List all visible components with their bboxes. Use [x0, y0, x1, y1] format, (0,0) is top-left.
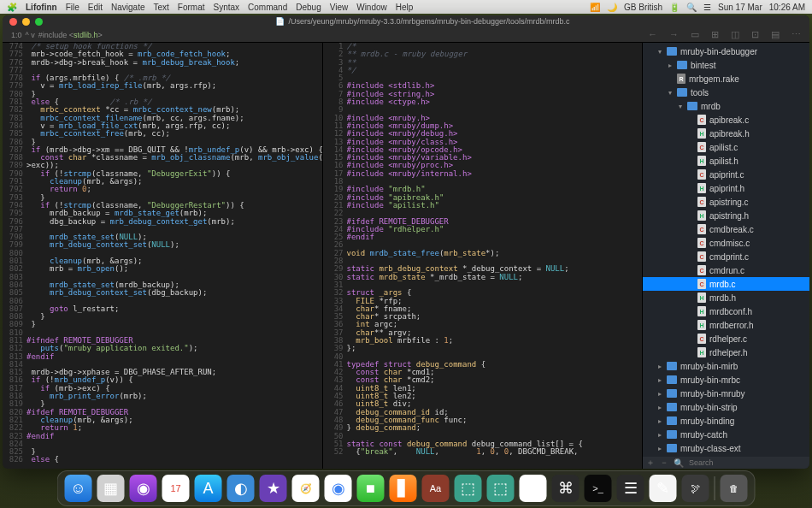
file-apilist.c[interactable]: Capilist.c: [643, 140, 809, 154]
dock-dictionary[interactable]: Aa: [422, 475, 450, 502]
dock-mint2[interactable]: ⬚: [487, 475, 515, 502]
file-mrdb.h[interactable]: Hmrdb.h: [643, 291, 809, 304]
dock-trash[interactable]: 🗑: [721, 475, 748, 502]
add-icon[interactable]: ＋: [646, 457, 655, 469]
folder-bintest[interactable]: ▸bintest: [643, 58, 809, 72]
file-apiprint.h[interactable]: Hapiprint.h: [643, 181, 809, 195]
tb-icon[interactable]: ⊞: [711, 29, 719, 40]
folder-mruby-binding[interactable]: ▸mruby-binding: [643, 414, 809, 428]
search-input[interactable]: [689, 458, 806, 467]
dock-app-dark2[interactable]: ☰: [617, 475, 644, 502]
disclosure-icon[interactable]: ▾: [656, 48, 663, 56]
dock-facetime[interactable]: ■: [357, 475, 385, 502]
code-area[interactable]: /* setup hook functions */ mrb->code_fet…: [26, 43, 322, 469]
disclosure-icon[interactable]: ▸: [667, 62, 674, 69]
dock-photos[interactable]: ✿: [520, 475, 547, 502]
tb-icon[interactable]: ▤: [771, 29, 780, 40]
file-mrdberror.h[interactable]: Hmrdberror.h: [643, 318, 809, 332]
dock-app-dark1[interactable]: ⌘: [552, 475, 580, 502]
disclosure-icon[interactable]: ▸: [656, 445, 663, 452]
dock-books[interactable]: ▋: [390, 475, 417, 502]
dock-calendar[interactable]: 17: [162, 475, 190, 502]
time[interactable]: 10:26 AM: [769, 3, 805, 12]
editor-pane-left[interactable]: 774 775 776 777 778 779 780 781 782 783 …: [3, 43, 323, 469]
folder-mruby-bin-debugger[interactable]: ▾mruby-bin-debugger: [643, 44, 809, 58]
file-tree[interactable]: ▾mruby-bin-debugger▸bintestRmrbgem.rake▾…: [643, 43, 809, 457]
dock-app-purple[interactable]: ★: [260, 475, 287, 502]
file-rdhelper.c[interactable]: Crdhelper.c: [643, 332, 809, 346]
nav-back-icon[interactable]: ←: [648, 29, 657, 40]
folder-mruby-bin-mrbc[interactable]: ▸mruby-bin-mrbc: [643, 373, 809, 387]
menu-text[interactable]: Text: [153, 3, 168, 12]
menu-help[interactable]: Help: [396, 3, 414, 12]
dock-launchpad[interactable]: ▦: [97, 475, 125, 502]
dock-textedit[interactable]: ✎: [650, 475, 677, 502]
tb-icon[interactable]: ⋯: [791, 29, 801, 40]
disclosure-icon[interactable]: ▾: [667, 89, 674, 97]
wifi-icon[interactable]: 📶: [590, 3, 600, 12]
menu-format[interactable]: Format: [178, 3, 205, 12]
folder-mruby-bin-mruby[interactable]: ▸mruby-bin-mruby: [643, 387, 809, 400]
folder-mruby-bin-mirb[interactable]: ▸mruby-bin-mirb: [643, 359, 809, 373]
file-apibreak.c[interactable]: Capibreak.c: [643, 113, 809, 127]
dock-mint1[interactable]: ⬚: [455, 475, 482, 502]
nav-fwd-icon[interactable]: →: [669, 29, 679, 40]
app-name[interactable]: Lifofinn: [26, 3, 57, 12]
disclosure-icon[interactable]: ▸: [656, 376, 663, 384]
file-cmdmisc.c[interactable]: Ccmdmisc.c: [643, 236, 809, 250]
tb-icon[interactable]: ▭: [691, 29, 699, 40]
tb-icon[interactable]: ◫: [731, 29, 739, 40]
disclosure-icon[interactable]: ▾: [677, 103, 684, 110]
nav-arrows[interactable]: ^ v: [26, 31, 35, 39]
menu-navigate[interactable]: Navigate: [111, 3, 144, 12]
folder-mruby-catch[interactable]: ▸mruby-catch: [643, 428, 809, 441]
menu-file[interactable]: File: [66, 3, 79, 12]
file-cmdrun.c[interactable]: Ccmdrun.c: [643, 263, 809, 277]
dock-terminal[interactable]: >_: [585, 475, 612, 502]
date[interactable]: Sun 17 Mar: [718, 3, 762, 12]
editor-pane-right[interactable]: 1 2 3 4 5 6 7 8 9 10 11 12 13 14 15 16 1…: [323, 43, 643, 469]
dock-podcasts[interactable]: ◉: [130, 475, 157, 502]
file-apilist.h[interactable]: Hapilist.h: [643, 154, 809, 168]
menu-debug[interactable]: Debug: [296, 3, 321, 12]
file-apistring.h[interactable]: Hapistring.h: [643, 209, 809, 222]
file-mrdb.c[interactable]: Cmrdb.c: [643, 277, 809, 291]
disclosure-icon[interactable]: ▸: [656, 431, 663, 439]
menu-syntax[interactable]: Syntax: [214, 3, 240, 12]
file-apibreak.h[interactable]: Hapibreak.h: [643, 127, 809, 140]
breadcrumb[interactable]: #include <stdlib.h>: [38, 31, 103, 39]
menu-edit[interactable]: Edit: [88, 3, 103, 12]
disclosure-icon[interactable]: ▸: [656, 417, 663, 425]
zoom-button[interactable]: [35, 18, 43, 26]
menu-window[interactable]: Window: [356, 3, 387, 12]
file-mrbgem.rake[interactable]: Rmrbgem.rake: [643, 72, 809, 86]
file-apiprint.c[interactable]: Capiprint.c: [643, 168, 809, 181]
dock-appstore[interactable]: A: [195, 475, 222, 502]
tb-icon[interactable]: ⊡: [751, 29, 759, 40]
spotlight-icon[interactable]: 🔍: [686, 3, 697, 12]
dock-dove[interactable]: 🕊: [682, 475, 709, 502]
battery-icon[interactable]: 🔋: [669, 3, 680, 12]
file-apistring.c[interactable]: Capistring.c: [643, 195, 809, 209]
folder-mruby-class-ext[interactable]: ▸mruby-class-ext: [643, 441, 809, 455]
file-cmdbreak.c[interactable]: Ccmdbreak.c: [643, 222, 809, 236]
apple-icon[interactable]: 🧩: [7, 3, 17, 12]
dock-chrome[interactable]: ◉: [325, 475, 352, 502]
disclosure-icon[interactable]: ▸: [656, 390, 663, 398]
lang-icon[interactable]: GB British: [624, 3, 662, 12]
dock-safari[interactable]: 🧭: [292, 475, 320, 502]
file-rdhelper.h[interactable]: Hrdhelper.h: [643, 346, 809, 359]
disclosure-icon[interactable]: ▸: [656, 363, 663, 370]
control-center-icon[interactable]: ☰: [703, 3, 711, 12]
dock-app-blue[interactable]: ◐: [227, 475, 255, 502]
folder-mruby-bin-strip[interactable]: ▸mruby-bin-strip: [643, 400, 809, 414]
remove-icon[interactable]: －: [660, 457, 668, 469]
close-button[interactable]: [9, 18, 17, 26]
folder-mrdb[interactable]: ▾mrdb: [643, 99, 809, 113]
file-cmdprint.c[interactable]: Ccmdprint.c: [643, 250, 809, 263]
dnd-icon[interactable]: 🌙: [607, 3, 617, 12]
code-area[interactable]: /* ** mrdb.c - mruby debugger ** */ #inc…: [347, 43, 643, 469]
minimize-button[interactable]: [22, 18, 30, 26]
menu-view[interactable]: View: [330, 3, 349, 12]
dock-finder[interactable]: ☺: [65, 475, 92, 502]
